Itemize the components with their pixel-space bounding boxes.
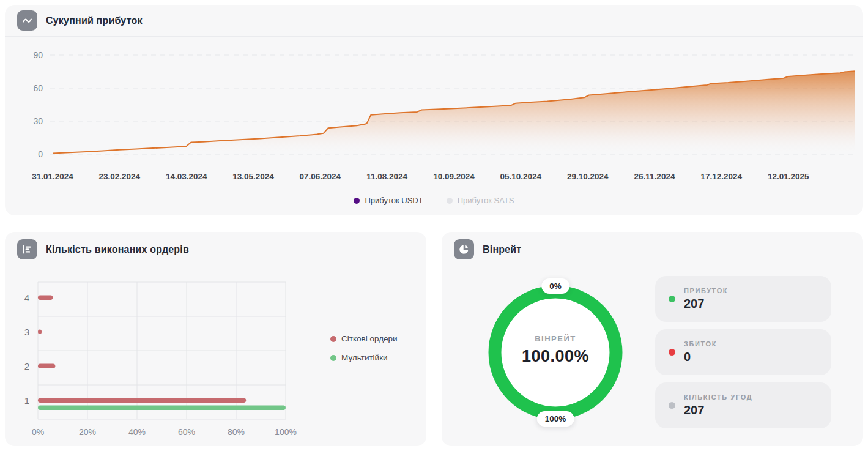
svg-text:80%: 80%: [228, 427, 245, 437]
svg-text:30: 30: [33, 116, 43, 126]
winrate-center-value: 100.00%: [483, 347, 628, 366]
profit-panel-title: Сукупний прибуток: [46, 15, 143, 26]
legend-label-sats: Прибуток SATS: [458, 196, 514, 205]
profit-panel: Сукупний прибуток 030609031.01.202423.02…: [5, 5, 863, 215]
svg-text:40%: 40%: [128, 427, 146, 437]
bar-list-icon: [17, 239, 37, 259]
winrate-panel-body: ВІНРЕЙТ 100.00% 0% 100% ПРИБУТОК 207: [442, 267, 863, 428]
legend-item-grid-orders[interactable]: Сіткові ордери: [330, 334, 398, 343]
legend-dot-usdt: [354, 198, 360, 204]
orders-chart-legend: Сіткові ордери Мультитійки: [330, 259, 398, 438]
legend-dot-sats: [447, 198, 453, 204]
svg-text:14.03.2024: 14.03.2024: [166, 172, 207, 181]
svg-text:4: 4: [24, 293, 29, 303]
svg-text:1: 1: [24, 395, 29, 406]
stat-label-loss: ЗБИТОК: [684, 340, 717, 348]
orders-bar-chart: 0%20%40%60%80%100%4321: [12, 277, 306, 438]
loss-dot: [669, 349, 675, 356]
svg-text:3: 3: [24, 327, 29, 337]
svg-text:11.08.2024: 11.08.2024: [366, 172, 407, 181]
svg-text:23.02.2024: 23.02.2024: [99, 172, 141, 181]
stat-label-profit: ПРИБУТОК: [684, 287, 728, 294]
stat-card-trades: КІЛЬКІСТЬ УГОД 207: [655, 382, 831, 428]
profit-chart-legend: Прибуток USDT Прибуток SATS: [5, 196, 863, 205]
orders-panel: Кількість виконаних ордерів 0%20%40%60%8…: [5, 232, 426, 446]
legend-label-usdt: Прибуток USDT: [365, 196, 423, 205]
svg-text:12.01.2025: 12.01.2025: [768, 172, 809, 181]
stat-value-loss: 0: [684, 350, 717, 364]
legend-label-multi: Мультитійки: [341, 353, 388, 362]
svg-text:90: 90: [33, 50, 43, 60]
svg-text:0%: 0%: [32, 427, 44, 437]
stat-value-profit: 207: [684, 297, 728, 311]
legend-dot-grid-orders: [330, 336, 336, 342]
profit-dot: [669, 296, 675, 302]
svg-text:13.05.2024: 13.05.2024: [232, 172, 274, 181]
winrate-stats-column: ПРИБУТОК 207 ЗБИТОК 0 КІЛЬКІСТЬ УГОД 2: [655, 276, 831, 428]
stat-card-profit: ПРИБУТОК 207: [655, 276, 831, 322]
orders-panel-body: 0%20%40%60%80%100%4321 Сіткові ордери Му…: [5, 267, 426, 438]
legend-item-multi[interactable]: Мультитійки: [330, 353, 398, 362]
winrate-badge-bottom: 100%: [537, 411, 574, 427]
winrate-donut-chart: ВІНРЕЙТ 100.00% 0% 100%: [483, 280, 628, 425]
svg-text:60%: 60%: [178, 427, 195, 437]
svg-text:10.09.2024: 10.09.2024: [433, 172, 475, 181]
orders-panel-title: Кількість виконаних ордерів: [46, 244, 189, 255]
svg-text:2: 2: [24, 361, 29, 371]
legend-dot-multi: [330, 355, 336, 361]
svg-text:0: 0: [38, 149, 43, 159]
winrate-panel-header: Вінрейт: [442, 232, 863, 267]
winrate-badge-top: 0%: [541, 278, 569, 294]
svg-text:05.10.2024: 05.10.2024: [500, 172, 542, 181]
winrate-panel: Вінрейт ВІНРЕЙТ 100.00% 0% 100% ПРИБУТОК: [442, 232, 863, 446]
trades-dot: [669, 402, 675, 409]
stat-value-trades: 207: [684, 403, 752, 417]
svg-text:20%: 20%: [79, 427, 96, 437]
pie-chart-icon: [454, 239, 474, 259]
legend-label-grid-orders: Сіткові ордери: [341, 334, 398, 343]
winrate-center-text: ВІНРЕЙТ 100.00%: [483, 334, 628, 366]
svg-text:29.10.2024: 29.10.2024: [567, 172, 609, 181]
legend-item-sats[interactable]: Прибуток SATS: [447, 196, 514, 205]
svg-text:31.01.2024: 31.01.2024: [32, 172, 73, 181]
trend-line-icon: [17, 10, 37, 31]
svg-text:07.06.2024: 07.06.2024: [300, 172, 341, 181]
stat-card-loss: ЗБИТОК 0: [655, 329, 831, 375]
profit-area-chart: 030609031.01.202423.02.202414.03.202413.…: [5, 37, 863, 188]
svg-text:60: 60: [33, 83, 43, 93]
svg-text:17.12.2024: 17.12.2024: [701, 172, 743, 181]
legend-item-usdt[interactable]: Прибуток USDT: [354, 196, 423, 205]
stat-label-trades: КІЛЬКІСТЬ УГОД: [684, 393, 752, 401]
profit-panel-header: Сукупний прибуток: [5, 5, 863, 37]
winrate-panel-title: Вінрейт: [483, 244, 521, 255]
winrate-center-label: ВІНРЕЙТ: [483, 334, 628, 343]
svg-text:26.11.2024: 26.11.2024: [634, 172, 675, 181]
svg-text:100%: 100%: [275, 427, 297, 437]
